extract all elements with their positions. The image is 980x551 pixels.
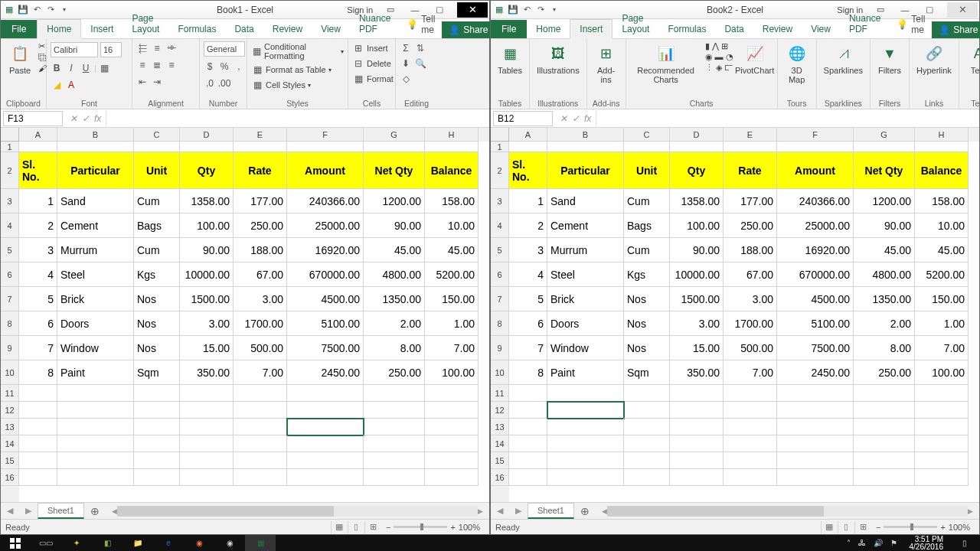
cell[interactable]: 250.00 [724, 214, 777, 238]
chart-stat-icon[interactable]: ▬ [715, 52, 724, 62]
cell[interactable]: 7 [509, 336, 547, 360]
cell[interactable] [134, 469, 180, 486]
qat-customize-icon[interactable]: ▾ [549, 5, 560, 15]
flag-icon[interactable]: ⚑ [890, 539, 897, 547]
ribbon-tab-file[interactable]: File [1, 20, 37, 38]
cell[interactable] [57, 385, 134, 402]
row-header[interactable]: 9 [491, 336, 509, 360]
cell[interactable] [854, 469, 915, 486]
cell[interactable] [724, 452, 777, 469]
name-box[interactable]: F13 [3, 111, 63, 126]
cell[interactable]: 5100.00 [777, 311, 854, 336]
cell[interactable] [19, 452, 57, 469]
cell[interactable]: 670000.00 [777, 262, 854, 287]
cell[interactable]: 8.00 [364, 336, 425, 360]
sheet-nav-prev-icon[interactable]: ◀ [491, 506, 509, 516]
text-button[interactable]: AText [963, 41, 979, 77]
cell[interactable] [364, 452, 425, 469]
cell[interactable]: 4800.00 [364, 262, 425, 287]
cell[interactable]: 5100.00 [287, 311, 364, 336]
cell[interactable]: 16920.00 [287, 238, 364, 262]
cell[interactable] [915, 435, 969, 452]
cell[interactable] [234, 452, 287, 469]
cell[interactable]: 2 [19, 214, 57, 238]
cell[interactable]: 3.00 [180, 311, 234, 336]
cell[interactable] [134, 419, 180, 435]
pagebreak-view-icon[interactable]: ⊞ [854, 521, 871, 533]
cell[interactable]: 8 [19, 360, 57, 385]
ribbon-tab-insert[interactable]: Insert [81, 20, 122, 38]
header-cell[interactable]: Rate [724, 152, 777, 189]
fontsize-select[interactable]: 16 [100, 42, 122, 57]
cell[interactable]: 10.00 [425, 214, 479, 238]
cell[interactable] [234, 402, 287, 419]
col-header[interactable]: H [425, 128, 479, 142]
zoom-in-icon[interactable]: + [450, 523, 455, 532]
rec-charts-button[interactable]: 📊Recommended Charts [630, 41, 702, 86]
cell[interactable]: 100.00 [915, 360, 969, 385]
cell[interactable]: 188.00 [724, 238, 777, 262]
cell[interactable]: 188.00 [234, 238, 287, 262]
hyperlink-button[interactable]: 🔗Hyperlink [913, 41, 955, 77]
cell[interactable] [19, 435, 57, 452]
cut-icon[interactable]: ✂ [38, 41, 47, 51]
cell[interactable]: 5 [19, 287, 57, 311]
cell[interactable]: 1200.00 [854, 189, 915, 214]
align-right-icon[interactable]: ≡ [165, 59, 178, 71]
cell[interactable]: 177.00 [234, 189, 287, 214]
cell[interactable] [624, 419, 670, 435]
cell[interactable] [854, 419, 915, 435]
ribbon-tab-nuance-pdf[interactable]: Nuance PDF [840, 9, 890, 38]
cell[interactable] [287, 452, 364, 469]
sheet-nav-next-icon[interactable]: ▶ [509, 506, 528, 516]
row-header[interactable]: 7 [491, 287, 509, 311]
close-icon[interactable]: ✕ [457, 2, 488, 18]
cell[interactable]: Cement [57, 214, 134, 238]
chart-col-icon[interactable]: ▮ [705, 41, 710, 51]
percent-icon[interactable]: % [218, 60, 230, 73]
row-header[interactable]: 8 [1, 311, 19, 336]
sort-icon[interactable]: ⇅ [414, 42, 426, 54]
cell[interactable]: Nos [624, 336, 670, 360]
row-header[interactable]: 10 [1, 360, 19, 385]
inc-dec-icon[interactable]: .0 [204, 77, 216, 90]
numfmt-select[interactable]: General [204, 41, 245, 57]
header-cell[interactable]: Net Qty [364, 152, 425, 189]
cell[interactable]: 150.00 [425, 287, 479, 311]
cell[interactable]: 1.00 [425, 311, 479, 336]
cell[interactable]: Sand [57, 189, 134, 214]
illustrations-button[interactable]: 🖼Illustrations [534, 41, 583, 77]
save-icon[interactable]: 💾 [18, 5, 28, 15]
header-cell[interactable]: Particular [57, 152, 134, 189]
tables-button[interactable]: ▦Tables [495, 41, 525, 77]
row-header[interactable]: 7 [1, 287, 19, 311]
cell[interactable]: 67.00 [724, 262, 777, 287]
taskbar-clock[interactable]: 3:51 PM4/26/2016 [903, 536, 950, 551]
cell[interactable]: 1358.00 [670, 189, 724, 214]
cell[interactable]: 10000.00 [670, 262, 724, 287]
bold-icon[interactable]: B [51, 62, 63, 74]
cell[interactable]: Brick [547, 287, 624, 311]
indent-dec-icon[interactable]: ⇤ [136, 76, 149, 88]
paste-button[interactable]: 📋Paste [5, 41, 35, 77]
cell[interactable]: 2.00 [364, 311, 425, 336]
cell[interactable] [624, 469, 670, 486]
pagelayout-view-icon[interactable]: ▯ [348, 521, 364, 533]
header-cell[interactable]: Qty [670, 152, 724, 189]
row-header[interactable]: 9 [1, 336, 19, 360]
cell[interactable] [777, 435, 854, 452]
network-icon[interactable]: 🖧 [858, 539, 866, 547]
cell[interactable]: 5 [509, 287, 547, 311]
horizontal-scrollbar[interactable]: ◀▶ [112, 506, 483, 517]
cell[interactable] [670, 385, 724, 402]
row-header[interactable]: 14 [1, 435, 19, 452]
fill-icon[interactable]: ⬇ [400, 57, 412, 70]
cancel-formula-icon[interactable]: ✕ [560, 113, 567, 124]
file-explorer-icon[interactable]: 📁 [122, 535, 153, 551]
row-header[interactable]: 16 [1, 469, 19, 486]
row-header[interactable]: 2 [491, 152, 509, 189]
cell[interactable]: 1358.00 [180, 189, 234, 214]
cell[interactable]: 2450.00 [777, 360, 854, 385]
cell[interactable]: 100.00 [180, 214, 234, 238]
italic-icon[interactable]: I [65, 62, 77, 74]
